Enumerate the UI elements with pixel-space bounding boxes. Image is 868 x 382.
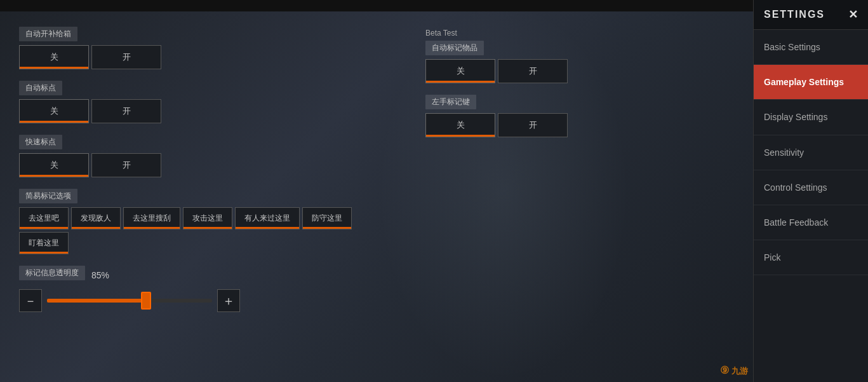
sidebar-item-pick[interactable]: Pick [754,240,868,275]
quick-mark-toggle: 关 开 [19,153,400,177]
beta-test-label: Beta Test [425,29,457,38]
auto-supply-box-row: 自动开补给箱 关 开 [19,27,400,69]
auto-supply-box-off[interactable]: 关 [19,45,89,69]
auto-mark-label: 自动标点 [19,81,62,95]
sidebar-item-control-settings[interactable]: Control Settings [754,170,868,205]
mark-option-3[interactable]: 攻击这里 [183,207,232,229]
mark-option-4[interactable]: 有人来过这里 [235,207,300,229]
transparency-label-row: 标记信息透明度 85% [19,266,400,284]
mark-option-1[interactable]: 发现敌人 [71,207,121,229]
transparency-slider-fill [47,299,146,303]
sidebar-item-sensitivity[interactable]: Sensitivity [754,135,868,170]
left-hand-mark-label: 左手标记键 [425,95,476,109]
auto-supply-box-toggle: 关 开 [19,45,400,69]
simple-mark-label: 简易标记选项 [19,189,77,203]
mark-option-2[interactable]: 去这里搜刮 [123,207,180,229]
right-column: Beta Test 自动标记物品 关 开 左手标记键 关 开 [400,27,734,312]
slider-row: － ＋ [19,289,400,312]
auto-mark-item-toggle: 关 开 [425,59,734,83]
sidebar-item-battle-feedback[interactable]: Battle Feedback [754,205,868,240]
sidebar: SETTINGS ✕ Basic Settings Gameplay Setti… [753,0,868,382]
auto-mark-toggle: 关 开 [19,99,400,123]
sidebar-item-gameplay-settings[interactable]: Gameplay Settings [754,65,868,100]
transparency-label: 标记信息透明度 [19,266,85,280]
sidebar-item-basic-settings[interactable]: Basic Settings [754,30,868,65]
simple-mark-options: 去这里吧 发现敌人 去这里搜刮 攻击这里 有人来过这里 防守这里 盯着这里 [19,207,400,254]
auto-mark-row: 自动标点 关 开 [19,81,400,123]
left-hand-mark-toggle: 关 开 [425,113,734,137]
auto-mark-item-label: 自动标记物品 [425,41,484,55]
simple-mark-row: 简易标记选项 去这里吧 发现敌人 去这里搜刮 攻击这里 有人来过这里 防守这里 … [19,189,400,254]
auto-mark-on[interactable]: 开 [91,99,161,123]
left-hand-mark-row: 左手标记键 关 开 [425,95,734,137]
top-bar [0,0,753,11]
left-column: 自动开补给箱 关 开 自动标点 关 开 快速标点 [19,27,400,312]
auto-mark-off[interactable]: 关 [19,99,89,123]
transparency-slider-track[interactable] [47,299,212,303]
quick-mark-on[interactable]: 开 [91,153,161,177]
sidebar-title: SETTINGS [764,9,825,20]
watermark: ⑨ 九游 [720,364,748,377]
quick-mark-row: 快速标点 关 开 [19,135,400,177]
main-content: 自动开补给箱 关 开 自动标点 关 开 快速标点 [0,0,753,382]
auto-mark-item-on[interactable]: 开 [498,59,568,83]
transparency-value: 85% [91,270,109,280]
transparency-decrease-button[interactable]: － [19,289,42,312]
quick-mark-off[interactable]: 关 [19,153,89,177]
sidebar-header: SETTINGS ✕ [754,0,868,30]
auto-supply-box-on[interactable]: 开 [91,45,161,69]
sidebar-item-display-settings[interactable]: Display Settings [754,100,868,135]
mark-option-0[interactable]: 去这里吧 [19,207,69,229]
left-hand-mark-on[interactable]: 开 [498,113,568,137]
close-button[interactable]: ✕ [848,8,858,22]
auto-mark-item-row: 自动标记物品 关 开 [425,41,734,83]
left-hand-mark-off[interactable]: 关 [425,113,495,137]
transparency-row: 标记信息透明度 85% － ＋ [19,266,400,312]
mark-option-6[interactable]: 盯着这里 [19,232,69,254]
transparency-increase-button[interactable]: ＋ [217,289,240,312]
quick-mark-label: 快速标点 [19,135,62,149]
auto-supply-box-label: 自动开补给箱 [19,27,77,41]
mark-option-5[interactable]: 防守这里 [302,207,352,229]
auto-mark-item-off[interactable]: 关 [425,59,495,83]
transparency-slider-thumb[interactable] [141,292,151,310]
